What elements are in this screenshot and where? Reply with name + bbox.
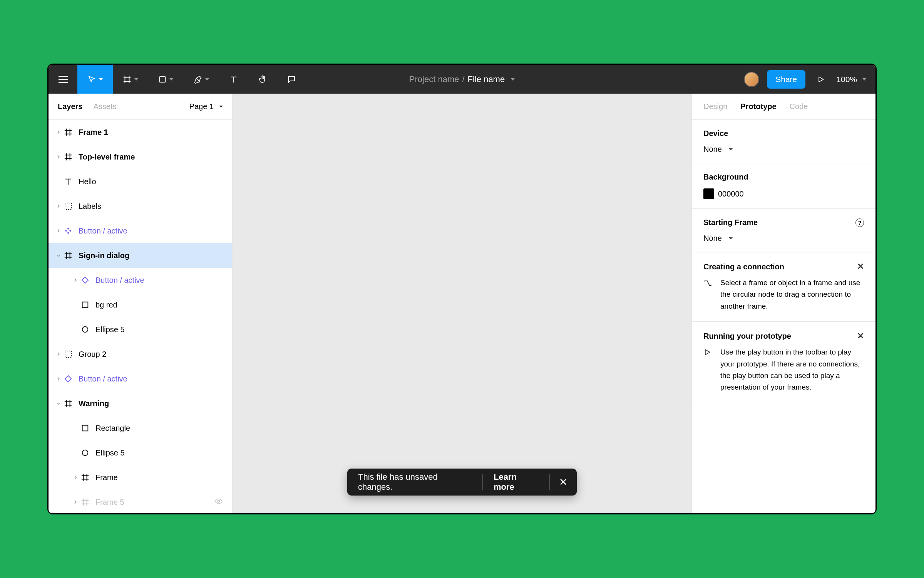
layer-name: Frame (95, 473, 118, 482)
frame-icon (62, 128, 74, 136)
device-section: Device None (692, 120, 875, 163)
frame-icon (79, 473, 91, 482)
layer-row[interactable]: Top-level frame (49, 144, 232, 169)
comment-tool[interactable] (277, 65, 306, 94)
layer-name: Rectangle (95, 424, 130, 433)
starting-frame-section: Starting Frame ? None (692, 209, 875, 252)
frame-icon (62, 251, 74, 260)
expand-chevron-icon[interactable] (55, 130, 62, 134)
layer-name: bg red (95, 301, 117, 309)
component-icon (62, 227, 74, 235)
expand-chevron-icon[interactable] (55, 204, 62, 208)
layer-name: Labels (79, 202, 101, 211)
app-window: Project name / File name Share 100% Laye… (47, 64, 877, 514)
expand-chevron-icon[interactable] (55, 254, 62, 257)
layer-name: Sign-in dialog (79, 251, 129, 260)
instance-icon (79, 276, 91, 284)
layer-row[interactable]: Ellipse 5 (49, 317, 232, 342)
ellipse-icon (79, 325, 91, 334)
toast-close-button[interactable]: ✕ (550, 476, 577, 488)
layer-name: Button / active (79, 227, 127, 235)
layer-row[interactable]: bg red (49, 292, 232, 317)
layer-row[interactable]: Labels (49, 194, 232, 218)
tab-layers[interactable]: Layers (58, 102, 83, 111)
background-hex: 000000 (718, 190, 744, 198)
starting-frame-title: Starting Frame (703, 218, 758, 227)
play-icon (703, 346, 714, 393)
file-title[interactable]: Project name / File name (409, 74, 515, 84)
svg-rect-4 (65, 351, 72, 358)
zoom-selector[interactable]: 100% (836, 75, 866, 84)
frame-icon (62, 153, 74, 161)
expand-chevron-icon[interactable] (55, 377, 62, 381)
layer-row[interactable]: Frame 1 (49, 120, 232, 144)
text-icon (62, 177, 74, 186)
background-color[interactable]: 000000 (703, 188, 864, 199)
help-running-prototype: Running your prototype ✕ Use the play bu… (692, 322, 875, 403)
frame-icon (79, 498, 91, 506)
help-icon[interactable]: ? (855, 218, 864, 227)
project-name: Project name (409, 74, 459, 84)
expand-chevron-icon[interactable] (55, 352, 62, 356)
color-swatch (703, 188, 714, 199)
svg-point-3 (82, 327, 88, 333)
shape-tool[interactable] (148, 65, 184, 94)
expand-chevron-icon[interactable] (55, 155, 62, 159)
text-tool[interactable] (219, 65, 248, 94)
svg-rect-5 (82, 425, 88, 431)
layer-row[interactable]: Button / active (49, 366, 232, 391)
layer-row[interactable]: Frame 5 (49, 490, 232, 513)
ellipse-icon (79, 449, 91, 457)
layer-row[interactable]: Sign-in dialog (49, 243, 232, 268)
tab-code[interactable]: Code (790, 102, 808, 111)
toolbar: Project name / File name Share 100% (49, 65, 875, 94)
chevron-down-icon (134, 78, 138, 81)
svg-rect-1 (65, 203, 72, 210)
menu-button[interactable] (49, 65, 77, 94)
right-panel: Design Prototype Code Device None Backgr… (691, 94, 875, 513)
move-tool[interactable] (77, 65, 113, 94)
visibility-icon[interactable] (214, 497, 223, 507)
user-avatar[interactable] (744, 72, 759, 87)
layer-row[interactable]: Warning (49, 391, 232, 416)
chevron-down-icon (169, 78, 173, 81)
starting-frame-value: None (703, 234, 722, 243)
tab-prototype[interactable]: Prototype (740, 102, 776, 111)
layer-row[interactable]: Frame (49, 465, 232, 490)
layer-row[interactable]: Button / active (49, 268, 232, 292)
left-panel-header: Layers Assets Page 1 (49, 94, 232, 120)
frame-tool[interactable] (113, 65, 148, 94)
device-value: None (703, 145, 722, 154)
device-selector[interactable]: None (703, 145, 864, 154)
layer-row[interactable]: Group 2 (49, 342, 232, 366)
chevron-down-icon (99, 78, 103, 81)
expand-chevron-icon[interactable] (72, 500, 79, 504)
share-button[interactable]: Share (767, 70, 805, 89)
expand-chevron-icon[interactable] (55, 402, 62, 405)
layer-row[interactable]: Hello (49, 169, 232, 194)
tab-assets[interactable]: Assets (94, 102, 117, 111)
pen-tool[interactable] (184, 65, 219, 94)
expand-chevron-icon[interactable] (72, 278, 79, 282)
close-icon[interactable]: ✕ (857, 262, 864, 272)
hand-tool[interactable] (248, 65, 277, 94)
play-button[interactable] (813, 65, 829, 94)
help-body-text: Use the play button in the toolbar to pl… (720, 346, 864, 393)
layer-row[interactable]: Button / active (49, 218, 232, 243)
canvas[interactable]: This file has unsaved changes. Learn mor… (233, 94, 691, 513)
expand-chevron-icon[interactable] (55, 229, 62, 233)
help-title: Creating a connection (703, 262, 784, 271)
separator: / (462, 74, 464, 84)
starting-frame-selector[interactable]: None (703, 234, 864, 243)
chevron-down-icon (729, 148, 733, 150)
layers-list: Frame 1Top-level frameHelloLabelsButton … (49, 120, 232, 513)
tab-design[interactable]: Design (703, 102, 727, 111)
close-icon[interactable]: ✕ (857, 331, 864, 341)
expand-chevron-icon[interactable] (72, 476, 79, 479)
page-selector[interactable]: Page 1 (189, 102, 223, 111)
layer-row[interactable]: Ellipse 5 (49, 440, 232, 465)
instance-icon (62, 375, 74, 383)
layer-row[interactable]: Rectangle (49, 416, 232, 440)
page-label: Page 1 (189, 102, 214, 111)
toast-learn-more[interactable]: Learn more (483, 472, 549, 492)
